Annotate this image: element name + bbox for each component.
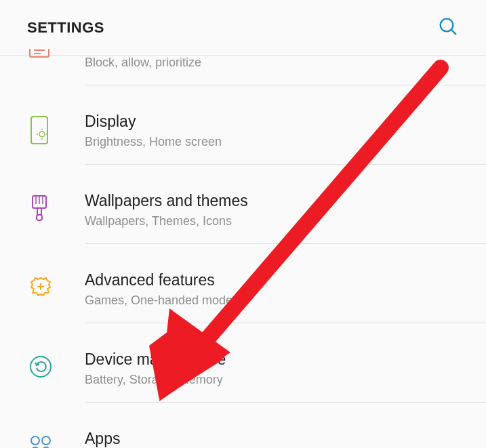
item-subtitle: Brightness, Home screen <box>85 135 466 149</box>
svg-point-21 <box>42 436 50 445</box>
apps-icon <box>27 430 85 448</box>
display-icon <box>27 113 85 145</box>
item-title: Device maintenance <box>85 350 466 369</box>
svg-point-20 <box>31 436 39 445</box>
header-bar: SETTINGS <box>0 0 486 56</box>
settings-item-display[interactable]: Display Brightness, Home screen <box>0 99 486 178</box>
item-subtitle: Games, One-handed mode <box>85 293 466 308</box>
item-title: Advanced features <box>85 271 466 289</box>
settings-item-notifications[interactable]: Block, allow, prioritize <box>0 56 486 99</box>
svg-rect-16 <box>37 215 42 220</box>
page-title: SETTINGS <box>27 19 104 37</box>
settings-item-apps[interactable]: Apps Default apps, App permissions <box>0 416 486 448</box>
svg-rect-5 <box>31 117 47 144</box>
svg-point-19 <box>31 357 51 377</box>
item-title: Wallpapers and themes <box>85 192 466 210</box>
item-subtitle: Wallpapers, Themes, Icons <box>85 214 466 228</box>
gear-plus-icon <box>27 271 85 301</box>
svg-line-1 <box>451 29 456 34</box>
brush-icon <box>27 192 85 223</box>
item-subtitle: Block, allow, prioritize <box>85 56 466 70</box>
search-icon[interactable] <box>437 16 459 40</box>
svg-point-6 <box>39 131 45 137</box>
settings-item-advanced[interactable]: Advanced features Games, One-handed mode <box>0 258 486 337</box>
notifications-icon <box>27 49 85 61</box>
svg-point-0 <box>441 18 453 31</box>
svg-rect-15 <box>37 208 41 215</box>
item-subtitle: Battery, Storage, Memory <box>85 373 466 387</box>
settings-item-wallpapers[interactable]: Wallpapers and themes Wallpapers, Themes… <box>0 178 486 258</box>
item-title: Display <box>85 113 466 131</box>
item-title: Apps <box>85 430 466 448</box>
settings-list: Block, allow, prioritize Display Brightn… <box>0 56 486 448</box>
power-cycle-icon <box>27 350 85 380</box>
settings-item-maintenance[interactable]: Device maintenance Battery, Storage, Mem… <box>0 337 486 416</box>
